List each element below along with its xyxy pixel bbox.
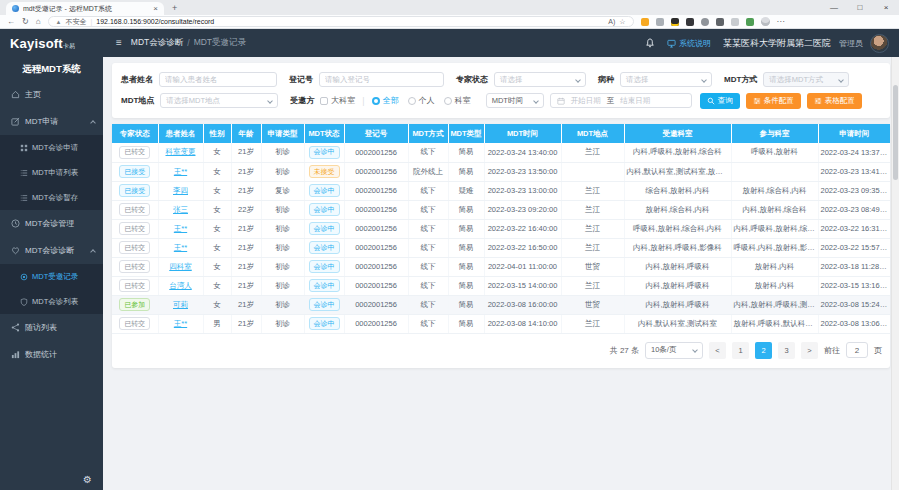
cell-patient-name[interactable]: 王** xyxy=(158,238,203,257)
next-page-button[interactable]: > xyxy=(801,342,818,359)
notification-bell-icon[interactable] xyxy=(645,38,655,48)
extension-icon[interactable] xyxy=(656,18,664,26)
sidebar-item-mdt-apply[interactable]: MDT申请 xyxy=(0,108,103,135)
sidebar-item-mdt-diagnosis[interactable]: MDT会诊诊断 xyxy=(0,237,103,264)
cell-patient-name[interactable]: 王** xyxy=(158,219,203,238)
sidebar-item-statistics[interactable]: 数据统计 xyxy=(0,341,103,368)
user-avatar[interactable] xyxy=(870,34,889,53)
cell-patient-name[interactable]: 李四 xyxy=(158,181,203,200)
patient-name-input[interactable] xyxy=(159,72,277,87)
date-range-picker[interactable]: 开始日期 至 结束日期 xyxy=(550,93,692,108)
extension-icon[interactable] xyxy=(671,18,679,26)
back-icon[interactable]: ← xyxy=(7,18,15,26)
page-button-3[interactable]: 3 xyxy=(778,342,795,359)
time-type-select[interactable]: MDT时间 xyxy=(486,93,544,108)
radio-personal-label[interactable]: 个人 xyxy=(419,95,435,106)
sidebar-item-mdt-consult-draft[interactable]: MDT会诊暂存 xyxy=(0,185,103,210)
cell-patient-name[interactable]: 可莉 xyxy=(158,295,203,314)
browser-menu-icon[interactable]: ⋯ xyxy=(777,17,785,26)
expert-status-select[interactable]: 请选择 xyxy=(494,72,586,87)
sidebar-item-mdt-consult-apply[interactable]: MDT会诊申请 xyxy=(0,135,103,160)
mdt-status-badge: 会诊中 xyxy=(309,298,340,311)
extension-icon[interactable] xyxy=(641,18,649,26)
goto-page-input[interactable] xyxy=(846,342,868,358)
patient-name-link[interactable]: 张三 xyxy=(173,205,188,214)
close-button[interactable]: × xyxy=(873,0,899,15)
favorite-star-icon[interactable]: ☆ xyxy=(619,18,625,26)
page-scrollbar[interactable] xyxy=(891,57,899,490)
scrollbar-thumb[interactable] xyxy=(893,85,898,180)
patient-name-link[interactable]: 王** xyxy=(174,224,187,233)
sidebar-item-mdt-manage[interactable]: MDT会诊管理 xyxy=(0,210,103,237)
patient-name-link[interactable]: 科室变更 xyxy=(166,147,196,156)
sidebar-item-mdt-invited-records[interactable]: MDT受邀记录 xyxy=(0,264,103,289)
sidebar-item-home[interactable]: 主页 xyxy=(0,81,103,108)
cell-patient-name[interactable]: 科室变更 xyxy=(158,143,203,162)
radio-dept-label[interactable]: 科室 xyxy=(455,95,471,106)
split-screen-icon[interactable] xyxy=(731,18,739,26)
cell-patient-name[interactable]: 台湾人 xyxy=(158,276,203,295)
cell-mdt-location: 世贸 xyxy=(561,295,624,314)
extension-icon[interactable] xyxy=(701,18,709,26)
url-field[interactable]: ▲ 不安全 | 192.168.0.156:9002/consultate/re… xyxy=(48,16,634,27)
sidebar-toggle-icon[interactable]: ≡ xyxy=(116,38,122,48)
cell-patient-name[interactable]: 张三 xyxy=(158,200,203,219)
sidebar-system-title: 远程MDT系统 xyxy=(0,57,103,81)
minimize-button[interactable]: — xyxy=(821,0,847,15)
col-expert-status: 专家状态 xyxy=(112,124,158,143)
mdt-location-select[interactable]: 请选择MDT地点 xyxy=(160,93,278,108)
cell-mdt-mode: 线下 xyxy=(408,200,448,219)
maximize-button[interactable]: □ xyxy=(847,0,873,15)
shield-icon xyxy=(20,298,28,306)
extension-icon[interactable] xyxy=(686,18,694,26)
extension-icon[interactable] xyxy=(746,18,754,26)
cell-age: 21岁 xyxy=(231,257,261,276)
cell-mdt-mode: 线下 xyxy=(408,181,448,200)
cell-patient-name[interactable]: 四科室 xyxy=(158,257,203,276)
search-button[interactable]: 查询 xyxy=(700,93,740,109)
disease-select[interactable]: 请选择 xyxy=(620,72,712,87)
cell-gender: 女 xyxy=(203,295,231,314)
radio-dept[interactable] xyxy=(444,97,452,105)
extension-icon[interactable] xyxy=(716,18,724,26)
patient-name-link[interactable]: 王** xyxy=(174,167,187,176)
cell-mdt-time: 2022-03-15 14:00:00 xyxy=(484,276,561,295)
page-size-select[interactable]: 10条/页 xyxy=(645,342,703,359)
big-dept-checkbox[interactable] xyxy=(320,97,328,105)
page-button-2-current[interactable]: 2 xyxy=(755,342,772,359)
radio-all[interactable] xyxy=(372,97,380,105)
settings-gear-icon[interactable]: ⚙ xyxy=(83,475,92,485)
sidebar-item-followup-list[interactable]: 随访列表 xyxy=(0,314,103,341)
condition-config-button[interactable]: 条件配置 xyxy=(746,93,801,109)
sidebar-item-mdt-consult-list[interactable]: MDT会诊列表 xyxy=(0,289,103,314)
cell-mdt-status: 会诊中 xyxy=(304,181,344,200)
cell-mdt-time: 2022-03-23 09:20:00 xyxy=(484,200,561,219)
radio-personal[interactable] xyxy=(408,97,416,105)
sidebar-item-mdt-apply-list[interactable]: MDT申请列表 xyxy=(0,160,103,185)
system-help-link[interactable]: 系统说明 xyxy=(667,38,711,49)
home-icon[interactable]: ⌂ xyxy=(36,18,41,26)
reg-no-input[interactable] xyxy=(319,72,444,87)
patient-name-link[interactable]: 四科室 xyxy=(169,262,192,271)
page-button-1[interactable]: 1 xyxy=(732,342,749,359)
patient-name-link[interactable]: 台湾人 xyxy=(169,281,192,290)
radio-all-label[interactable]: 全部 xyxy=(383,95,399,106)
patient-name-link[interactable]: 可莉 xyxy=(173,300,188,309)
mdt-mode-select[interactable]: 请选择MDT方式 xyxy=(763,72,849,87)
prev-page-button[interactable]: < xyxy=(709,342,726,359)
read-aloud-icon[interactable]: A) xyxy=(608,18,615,25)
patient-name-link[interactable]: 李四 xyxy=(173,186,188,195)
tab-close-icon[interactable]: × xyxy=(153,5,158,13)
browser-profile-icon[interactable] xyxy=(761,17,770,26)
table-config-button[interactable]: 表格配置 xyxy=(807,93,862,109)
patient-name-link[interactable]: 王** xyxy=(174,243,187,252)
patient-name-link[interactable]: 王** xyxy=(174,319,187,328)
browser-tab[interactable]: mdt受邀记录 - 远程MDT系统 × xyxy=(6,2,164,15)
new-tab-button[interactable]: + xyxy=(172,3,177,15)
cell-mdt-time: 2022-03-24 13:40:00 xyxy=(484,143,561,162)
cell-apply-time: 2022-03-18 11:28:25 xyxy=(818,257,890,276)
cell-patient-name[interactable]: 王** xyxy=(158,314,203,333)
refresh-icon[interactable]: ↻ xyxy=(22,18,29,26)
cell-patient-name[interactable]: 王** xyxy=(158,162,203,181)
mdt-status-badge: 会诊中 xyxy=(309,203,340,216)
